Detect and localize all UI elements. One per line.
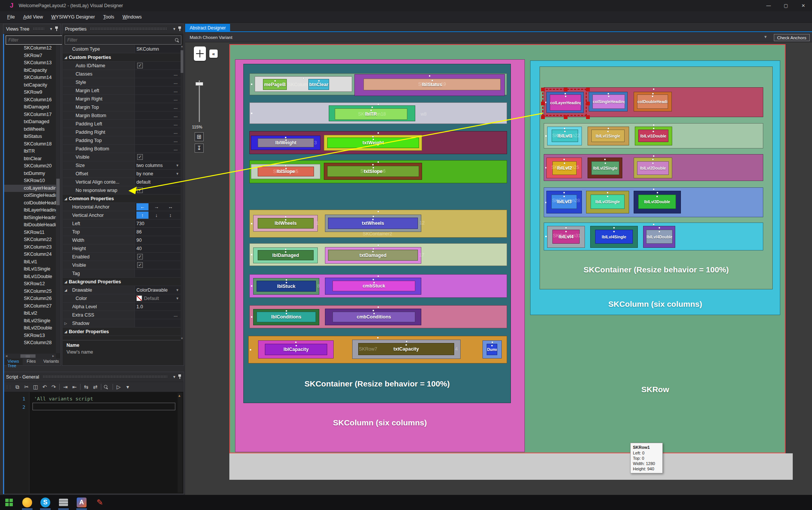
ellipsis-button[interactable]: ... [174,138,178,143]
selection-handle[interactable] [586,115,590,119]
search-icon[interactable] [102,384,111,390]
views-tree-vscrollbar[interactable] [56,45,60,353]
property-row-auto-id-name[interactable]: Auto ID/Name✓ [63,62,181,70]
checkbox[interactable]: ✓ [137,254,143,260]
property-value[interactable]: ColorDrawable▼ [135,286,181,294]
cut-icon[interactable]: ✂ [22,384,31,390]
property-row-extra-css[interactable]: Extra CSS... [63,311,181,319]
property-row-vertical-align-conte-[interactable]: Vertical Align conte...default [63,178,181,186]
toolbar-grip[interactable]: ⋮⋮ [5,385,11,389]
btn-clear[interactable]: btnClear [308,79,329,90]
property-value[interactable]: ... [135,136,181,144]
txt-damaged[interactable]: txtDamaged [328,250,418,261]
cmb-conditions[interactable]: cmbConditions [333,312,415,322]
tree-item-btnClear[interactable]: btnClear [4,155,56,163]
col-double-heading[interactable]: colDoubleHeading [637,94,668,109]
chevron-down-icon[interactable]: ▼ [176,164,179,167]
chevron-down-icon[interactable]: ▼ [176,172,179,176]
text-value[interactable]: 1.0 [136,304,143,309]
property-row-color[interactable]: ColorDefault▼ [63,294,181,303]
indent-icon[interactable]: ⇥ [61,384,70,390]
text-value[interactable]: SKColumn [136,46,159,52]
dropdown-value[interactable]: two columns [136,163,162,168]
property-value[interactable]: ... [135,78,181,86]
property-row-common-properties[interactable]: ◢Common Properties [63,195,181,203]
property-row-enabled[interactable]: Enabled✓ [63,253,181,261]
lbl-slope[interactable]: lblSlope [258,167,314,176]
text-value[interactable]: 86 [136,229,142,235]
property-row-drawable[interactable]: ◢DrawableColorDrawable▼ [63,286,181,294]
property-value[interactable]: 40 [135,244,181,252]
property-value[interactable]: ... [135,145,181,153]
minimize-button[interactable]: — [760,0,777,11]
check-anchors-button[interactable]: Check Anchors [774,34,810,41]
text-value[interactable]: 730 [136,221,144,226]
ellipsis-button[interactable]: ... [174,96,178,102]
start-icon[interactable] [0,495,18,510]
property-row-classes[interactable]: Classes... [63,70,181,78]
property-value[interactable]: ... [135,87,181,94]
property-value[interactable]: 90 [135,236,181,244]
property-row-margin-bottom[interactable]: Margin Bottom... [63,111,181,120]
lbl-weight[interactable]: lblWeight [258,138,314,147]
color-swatch[interactable] [136,295,142,301]
lbl-lvl2[interactable]: lblLvl2 [552,161,577,175]
lbl-ttr[interactable]: lblTR [335,108,407,120]
property-row-custom-type[interactable]: Custom TypeSKColumn [63,45,181,53]
tree-item-SKColumn17[interactable]: SKColumn17 [4,111,56,119]
selection-handle[interactable] [541,102,545,105]
color-value[interactable]: Default [144,296,159,301]
property-row-no-responsive-wrap[interactable]: No responsive wrap✓ [63,186,181,195]
anchor-v-button-0[interactable]: ↑ [136,212,148,219]
menu-item-add-view[interactable]: Add View [19,12,47,22]
expander-icon[interactable]: ◢ [63,330,69,334]
property-value[interactable]: ... [135,111,181,119]
app-a-icon[interactable]: A [73,495,91,510]
selection-handle[interactable] [541,115,545,119]
expander-icon[interactable]: ◢ [63,288,69,292]
ellipsis-button[interactable]: ... [174,146,178,151]
property-row-horizontal-anchor[interactable]: Horizontal Anchor←→↔ [63,203,181,211]
scroll-right-icon[interactable]: ► [51,354,56,359]
lbl-lvl2-single[interactable]: lblLvl2Single [591,161,619,175]
menu-item-tools[interactable]: Tools [99,12,118,22]
property-row-height[interactable]: Height40 [63,244,181,253]
property-row-padding-bottom[interactable]: Padding Bottom... [63,145,181,153]
more-icon[interactable]: ▾ [123,384,132,390]
property-value[interactable]: 86 [135,228,181,236]
lbl-lvl3-single[interactable]: lblLvl3Single [591,195,625,209]
tree-item-SKColumn26[interactable]: SKColumn26 [4,295,56,303]
btn-welcomepage[interactable]: mePageB [263,79,287,90]
lbl-capacity[interactable]: lblCapacity [265,344,327,355]
property-value[interactable]: ↑↓↕ [135,211,181,219]
lbl-lvl4-single[interactable]: lblLvl4Single [595,230,633,244]
tree-tab-files[interactable]: Files [23,359,39,365]
property-value[interactable]: two columns▼ [135,161,181,169]
property-row-margin-top[interactable]: Margin Top... [63,103,181,111]
property-value[interactable]: by none▼ [135,170,181,178]
property-value[interactable]: ... [135,103,181,111]
tree-item-colLayerHeading[interactable]: colLayerHeading [4,185,56,192]
anchor-h-button-1[interactable]: → [150,203,162,210]
tree-item-SKColumn28[interactable]: SKColumn28 [4,339,56,347]
tree-item-SKColumn20[interactable]: SKColumn20 [4,162,56,170]
export-button[interactable]: ↧ [195,144,204,153]
tree-item-lblTR[interactable]: lblTR [4,148,56,155]
property-row-offset[interactable]: Offsetby none▼ [63,170,181,178]
tree-item-lblLvl1[interactable]: lblLvl1 [4,258,56,266]
tree-item-lblLvl2Single[interactable]: lblLvl2Single [4,317,56,325]
menu-item-file[interactable]: File [3,12,19,22]
property-value[interactable]: 1.0 [135,303,181,311]
property-value[interactable]: ✓ [135,253,181,261]
lbl-lvl4-double[interactable]: lblLvl4Double [646,230,673,244]
txt-slope[interactable]: txtSlope [327,166,419,177]
chevron-down-icon[interactable]: ▼ [176,288,179,292]
property-row-margin-right[interactable]: Margin Right... [63,95,181,103]
property-value[interactable]: ✓ [135,62,181,70]
lbl-status[interactable]: lblStatus [363,79,501,90]
paste-icon[interactable]: ◫ [31,384,40,390]
tree-item-lblStatus[interactable]: lblStatus [4,133,56,141]
checkbox[interactable]: ✓ [137,63,143,68]
lbl-lvl3[interactable]: lblLvl3 [551,195,577,209]
views-tree-filter-input[interactable] [6,37,70,43]
